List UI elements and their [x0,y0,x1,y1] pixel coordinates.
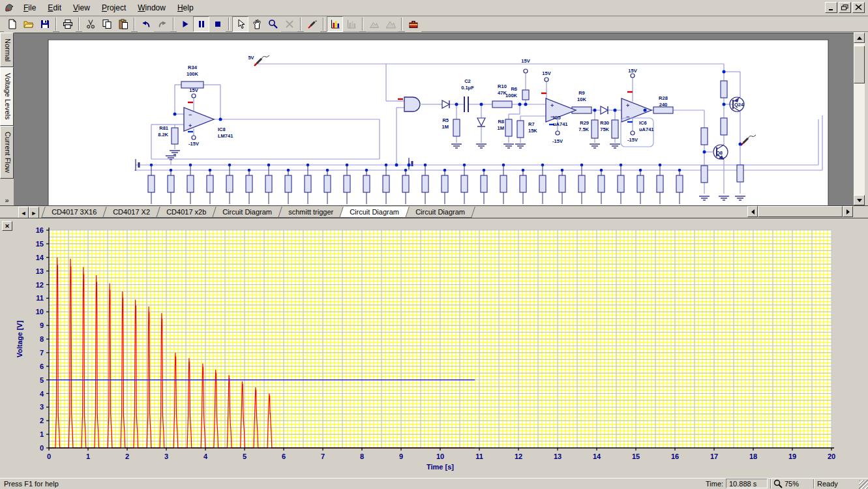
component-label: R81 [159,125,168,131]
circuit-horizontal-scrollbar[interactable] [747,206,853,217]
menu-edit[interactable]: Edit [42,1,67,14]
zoom-tool-button[interactable] [265,16,281,32]
document-tab-2[interactable]: CD4017 x2b [156,207,217,218]
svg-text:16: 16 [671,452,679,460]
component-label: 0.1μF [461,85,474,91]
vertical-scroll-thumb[interactable] [854,46,865,83]
component-label: 1M [498,125,504,131]
svg-text:9: 9 [399,452,403,460]
probe-button[interactable] [304,16,320,32]
document-tab-0[interactable]: CD4017 3X16 [41,207,107,218]
copy-button[interactable] [98,16,115,32]
probe-icon [307,19,318,29]
play-button[interactable] [177,16,193,32]
zoom-out-button[interactable] [382,16,398,32]
component-label: IC6 [639,120,647,126]
component-label: 15V [189,87,198,93]
component-label: -15V [627,137,638,143]
document-tab-3[interactable]: Circuit Diagram [212,207,282,218]
resize-grip[interactable] [859,480,868,489]
status-help-text: Press F1 for help [4,480,59,488]
x-axis-title: Time [s] [427,463,454,471]
pointer-button[interactable] [232,16,248,32]
undo-button[interactable] [138,16,154,32]
zoom-level[interactable]: 75% [785,480,799,488]
open-folder-button[interactable] [20,16,37,32]
new-file-button[interactable] [4,16,20,32]
view-tab-normal[interactable]: Normal [0,33,14,67]
menu-project[interactable]: Project [96,1,132,14]
menu-window[interactable]: Window [132,1,172,14]
time-label: Time: [706,480,723,488]
svg-text:2: 2 [40,417,44,424]
component-label: LM741 [218,133,233,139]
restore-button[interactable] [839,2,851,13]
oscilloscope-graph[interactable]: 0123456789101112131415160123456789101112… [0,218,868,479]
component-graph-button[interactable] [343,16,359,32]
component-label: 100K [187,71,199,77]
component-label: -15V [552,138,563,144]
svg-text:16: 16 [36,226,44,234]
svg-text:5: 5 [40,376,44,384]
component-label: IC5 [553,115,561,121]
component-label: Q24 [734,102,744,108]
horizontal-scroll-thumb[interactable] [758,206,843,217]
menu-view[interactable]: View [67,1,96,14]
component-label: 5V [248,55,254,61]
print-button[interactable] [59,16,76,32]
scroll-left-button[interactable] [747,206,758,217]
document-tab-label: CD4017 X2 [113,208,150,216]
circuit-vertical-scrollbar[interactable] [854,33,865,205]
side-tabs-more-chevron[interactable]: » [0,195,14,205]
redo-button[interactable] [154,16,170,32]
time-value-field: 10.888 s [726,479,768,488]
graph-button[interactable] [327,16,343,32]
component-label: uA741 [553,121,568,127]
zoom-region-button[interactable] [366,16,382,32]
scroll-down-button[interactable] [854,195,865,205]
svg-text:2: 2 [125,452,129,460]
zoom-tool-icon [268,19,278,29]
component-label: 240 [659,102,668,108]
minimize-button[interactable] [825,2,837,13]
component-label: 15K [528,128,537,134]
toolbox-button[interactable] [405,16,421,32]
svg-text:4: 4 [40,390,44,398]
document-tab-1[interactable]: CD4017 X2 [102,207,160,218]
graph-icon [330,19,340,29]
document-tab-6[interactable]: Circuit Diagram [405,207,475,218]
graph-close-button[interactable]: ✕ [2,221,12,231]
menu-help[interactable]: Help [172,1,200,14]
svg-text:10: 10 [36,308,44,316]
copy-icon [102,19,112,29]
document-tab-4[interactable]: schmitt trigger [278,207,344,218]
svg-text:−: − [188,111,192,118]
cut-button[interactable] [82,16,98,32]
view-tab-current-flow[interactable]: Current Flow [0,126,14,179]
menu-file[interactable]: File [18,1,42,14]
circuit-schematic[interactable]: −++−+−R34100K15VR818.2KIC8LM741-15V5VC20… [14,33,854,205]
stop-icon [213,19,223,29]
pan-button[interactable] [248,16,265,32]
cut-icon [85,19,96,29]
svg-text:8: 8 [360,452,364,460]
svg-text:+: + [550,102,554,109]
save-button[interactable] [37,16,53,32]
status-ready: Ready [817,480,838,488]
component-label: 100K [505,93,518,98]
close-button[interactable] [852,2,865,13]
delete-button[interactable] [281,16,297,32]
svg-text:1: 1 [40,430,44,438]
svg-text:14: 14 [593,452,601,460]
svg-text:7: 7 [321,452,325,460]
view-tab-voltage-levels[interactable]: Voltage Levels [0,67,14,126]
svg-text:11: 11 [36,294,44,302]
stop-button[interactable] [209,16,226,32]
document-tab-5[interactable]: Circuit Diagram [339,207,409,218]
scroll-up-button[interactable] [854,33,865,43]
scroll-right-button[interactable] [843,206,853,217]
circuit-canvas[interactable]: −++−+−R34100K15VR818.2KIC8LM741-15V5VC20… [14,33,854,205]
component-label: 8.2K [158,132,168,138]
paste-button[interactable] [115,16,131,32]
pause-button[interactable] [193,16,209,32]
